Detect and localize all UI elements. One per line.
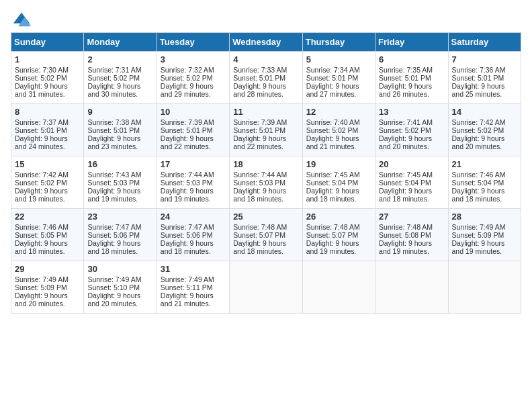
day-number: 4 [233,54,298,64]
day-number: 5 [306,54,371,64]
sunset-text: Sunset: 5:02 PM [379,126,431,134]
day-number: 17 [161,159,226,169]
calendar-cell [375,261,448,314]
sunrise-text: Sunrise: 7:39 AM [161,118,214,126]
daylight-text: Daylight: 9 hours and 30 minutes. [87,82,140,98]
sunrise-text: Sunrise: 7:49 AM [15,275,69,283]
sunset-text: Sunset: 5:07 PM [233,231,285,239]
day-number: 26 [306,212,371,222]
daylight-text: Daylight: 9 hours and 29 minutes. [161,82,214,98]
daylight-text: Daylight: 9 hours and 18 minutes. [233,187,286,203]
daylight-text: Daylight: 9 hours and 19 minutes. [87,187,140,203]
sunset-text: Sunset: 5:09 PM [452,231,504,239]
calendar-cell: 1 Sunrise: 7:30 AM Sunset: 5:02 PM Dayli… [11,52,84,104]
daylight-text: Daylight: 9 hours and 24 minutes. [15,134,68,150]
calendar-cell: 13 Sunrise: 7:41 AM Sunset: 5:02 PM Dayl… [375,104,448,156]
logo [11,11,31,26]
sunset-text: Sunset: 5:05 PM [15,231,67,239]
sunrise-text: Sunrise: 7:30 AM [15,66,69,74]
daylight-text: Daylight: 9 hours and 18 minutes. [379,187,432,203]
calendar-cell: 19 Sunrise: 7:45 AM Sunset: 5:04 PM Dayl… [302,156,375,209]
calendar-cell [448,261,521,314]
sunrise-text: Sunrise: 7:45 AM [306,171,360,179]
calendar-cell: 2 Sunrise: 7:31 AM Sunset: 5:02 PM Dayli… [84,52,157,104]
calendar-week-row: 8 Sunrise: 7:37 AM Sunset: 5:01 PM Dayli… [11,104,521,156]
calendar-cell: 11 Sunrise: 7:39 AM Sunset: 5:01 PM Dayl… [230,104,302,156]
calendar-week-row: 22 Sunrise: 7:46 AM Sunset: 5:05 PM Dayl… [11,209,521,261]
daylight-text: Daylight: 9 hours and 19 minutes. [161,187,214,203]
daylight-text: Daylight: 9 hours and 18 minutes. [15,239,68,255]
daylight-text: Daylight: 9 hours and 21 minutes. [306,134,359,150]
daylight-text: Daylight: 9 hours and 22 minutes. [233,134,286,150]
calendar-cell: 16 Sunrise: 7:43 AM Sunset: 5:03 PM Dayl… [84,156,157,209]
day-number: 10 [161,107,226,117]
day-number: 24 [161,212,226,222]
calendar-week-row: 1 Sunrise: 7:30 AM Sunset: 5:02 PM Dayli… [11,52,521,104]
day-number: 8 [15,107,80,117]
daylight-text: Daylight: 9 hours and 21 minutes. [161,291,214,308]
daylight-text: Daylight: 9 hours and 28 minutes. [233,82,286,98]
sunset-text: Sunset: 5:08 PM [379,231,431,239]
sunrise-text: Sunrise: 7:37 AM [15,118,69,126]
calendar-cell: 20 Sunrise: 7:45 AM Sunset: 5:04 PM Dayl… [375,156,448,209]
daylight-text: Daylight: 9 hours and 19 minutes. [306,239,359,255]
sunrise-text: Sunrise: 7:33 AM [233,66,287,74]
daylight-text: Daylight: 9 hours and 20 minutes. [87,291,140,308]
calendar-cell: 7 Sunrise: 7:36 AM Sunset: 5:01 PM Dayli… [448,52,521,104]
day-number: 7 [452,54,517,64]
daylight-text: Daylight: 9 hours and 18 minutes. [233,239,286,255]
calendar-cell: 8 Sunrise: 7:37 AM Sunset: 5:01 PM Dayli… [11,104,84,156]
day-number: 18 [233,159,298,169]
daylight-text: Daylight: 9 hours and 26 minutes. [379,82,432,98]
sunset-text: Sunset: 5:02 PM [452,126,504,134]
sunset-text: Sunset: 5:03 PM [87,179,140,187]
sunset-text: Sunset: 5:01 PM [379,74,431,82]
sunrise-text: Sunrise: 7:45 AM [379,171,433,179]
sunrise-text: Sunrise: 7:47 AM [87,223,141,231]
calendar-cell: 6 Sunrise: 7:35 AM Sunset: 5:01 PM Dayli… [375,52,448,104]
sunrise-text: Sunrise: 7:39 AM [233,118,287,126]
day-number: 2 [87,54,152,64]
sunset-text: Sunset: 5:01 PM [233,74,285,82]
daylight-text: Daylight: 9 hours and 20 minutes. [379,134,432,150]
sunrise-text: Sunrise: 7:32 AM [161,66,214,74]
day-header-friday: Friday [375,33,448,52]
calendar-header-row: SundayMondayTuesdayWednesdayThursdayFrid… [11,33,521,52]
sunrise-text: Sunrise: 7:36 AM [452,66,506,74]
sunrise-text: Sunrise: 7:31 AM [87,66,141,74]
day-number: 9 [87,107,152,117]
sunset-text: Sunset: 5:01 PM [306,74,359,82]
calendar-cell: 18 Sunrise: 7:44 AM Sunset: 5:03 PM Dayl… [230,156,302,209]
calendar-cell: 9 Sunrise: 7:38 AM Sunset: 5:01 PM Dayli… [84,104,157,156]
sunset-text: Sunset: 5:01 PM [161,126,213,134]
day-number: 31 [161,264,226,274]
sunrise-text: Sunrise: 7:35 AM [379,66,433,74]
page-header [11,11,521,26]
calendar-cell: 15 Sunrise: 7:42 AM Sunset: 5:02 PM Dayl… [11,156,84,209]
daylight-text: Daylight: 9 hours and 19 minutes. [15,187,68,203]
sunset-text: Sunset: 5:02 PM [15,74,67,82]
calendar-cell: 22 Sunrise: 7:46 AM Sunset: 5:05 PM Dayl… [11,209,84,261]
sunset-text: Sunset: 5:04 PM [452,179,504,187]
calendar-table: SundayMondayTuesdayWednesdayThursdayFrid… [11,32,521,314]
sunrise-text: Sunrise: 7:41 AM [379,118,433,126]
calendar-cell: 26 Sunrise: 7:48 AM Sunset: 5:07 PM Dayl… [302,209,375,261]
day-header-thursday: Thursday [302,33,375,52]
daylight-text: Daylight: 9 hours and 25 minutes. [452,82,505,98]
sunset-text: Sunset: 5:02 PM [306,126,359,134]
sunset-text: Sunset: 5:03 PM [233,179,285,187]
sunrise-text: Sunrise: 7:42 AM [15,171,69,179]
sunset-text: Sunset: 5:02 PM [87,74,140,82]
sunset-text: Sunset: 5:01 PM [233,126,285,134]
calendar-cell: 24 Sunrise: 7:47 AM Sunset: 5:06 PM Dayl… [157,209,229,261]
calendar-cell: 29 Sunrise: 7:49 AM Sunset: 5:09 PM Dayl… [11,261,84,314]
sunset-text: Sunset: 5:02 PM [161,74,213,82]
day-number: 12 [306,107,371,117]
sunrise-text: Sunrise: 7:48 AM [379,223,433,231]
day-number: 1 [15,54,80,64]
daylight-text: Daylight: 9 hours and 19 minutes. [452,239,505,255]
sunrise-text: Sunrise: 7:49 AM [161,275,214,283]
sunset-text: Sunset: 5:06 PM [87,231,140,239]
sunset-text: Sunset: 5:01 PM [87,126,140,134]
sunrise-text: Sunrise: 7:43 AM [87,171,141,179]
